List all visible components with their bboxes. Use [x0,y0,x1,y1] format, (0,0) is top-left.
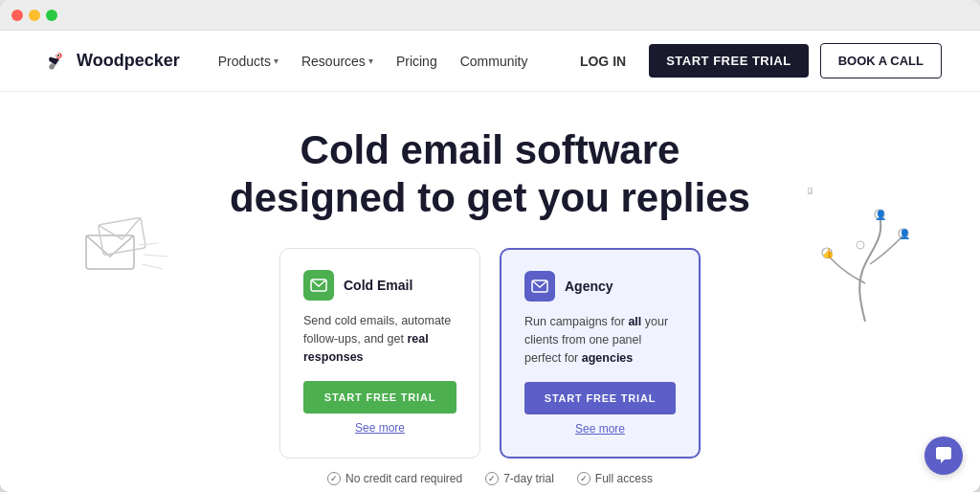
agency-icon [524,271,555,302]
card-header-agency: Agency [524,271,676,302]
check-icon: ✓ [577,472,590,485]
agency-see-more[interactable]: See more [524,422,676,436]
woodpecker-logo-icon [38,46,69,77]
nav-products[interactable]: Products ▾ [218,54,278,69]
login-button[interactable]: LOG IN [568,46,637,77]
navigation: Woodpecker Products ▾ Resources ▾ Pricin… [0,31,980,92]
logo-container[interactable]: Woodpecker [38,46,180,77]
svg-text:👤: 👤 [875,209,887,221]
cold-email-icon [303,270,334,301]
check-icon: ✓ [485,472,499,485]
cards-container: Cold Email Send cold emails, automate fo… [38,248,942,458]
nav-links: Products ▾ Resources ▾ Pricing Community [218,54,568,69]
nav-resources[interactable]: Resources ▾ [301,54,373,69]
card-header-cold: Cold Email [303,270,457,301]
nav-pricing[interactable]: Pricing [396,54,437,69]
cold-email-description: Send cold emails, automate follow-ups, a… [303,312,457,366]
badges-container: ✓ No credit card required ✓ 7-day trial … [38,472,942,485]
cold-email-card: Cold Email Send cold emails, automate fo… [279,248,480,458]
cold-email-trial-button[interactable]: START FREE TRIAL [303,381,457,414]
nav-community[interactable]: Community [460,54,528,69]
close-dot[interactable] [11,10,23,21]
page-content: Woodpecker Products ▾ Resources ▾ Pricin… [0,31,980,492]
maximize-dot[interactable] [46,10,57,21]
agency-trial-button[interactable]: START FREE TRIAL [524,382,676,414]
browser-window: Woodpecker Products ▾ Resources ▾ Pricin… [0,0,980,492]
badge-7-day-trial: ✓ 7-day trial [485,472,554,485]
badge-no-credit-card: ✓ No credit card required [327,472,462,485]
svg-line-5 [139,243,158,245]
chevron-down-icon: ▾ [368,56,373,66]
cold-email-see-more[interactable]: See more [303,421,457,435]
check-icon: ✓ [327,472,341,485]
badge-full-access: ✓ Full access [577,472,653,485]
svg-point-2 [57,55,59,56]
agency-card: Agency Run campaigns for all your client… [500,248,701,458]
agency-title: Agency [565,279,613,294]
nav-trial-button[interactable]: START FREE TRIAL [649,44,809,78]
browser-chrome [0,0,980,31]
book-call-button[interactable]: BOOK A CALL [820,43,942,78]
cold-email-title: Cold Email [344,278,412,293]
chevron-down-icon: ▾ [274,56,278,66]
nav-actions: LOG IN START FREE TRIAL BOOK A CALL [568,43,942,78]
svg-text:👤: 👤 [899,228,911,240]
svg-rect-9 [808,188,812,193]
brand-name: Woodpecker [77,51,180,71]
agency-description: Run campaigns for all your clients from … [524,313,676,367]
hero-section: 👍 👤 👤 Cold email software designed to ge… [0,92,980,492]
minimize-dot[interactable] [29,10,40,21]
